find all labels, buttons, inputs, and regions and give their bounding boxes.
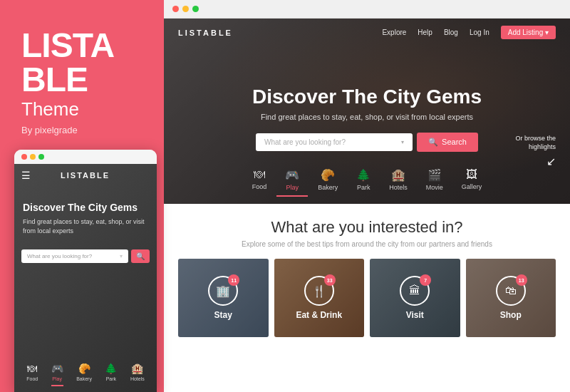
nav-add-listing-button[interactable]: Add Listing ▾ [501, 26, 556, 39]
hero-categories: 🍽 Food 🎮 Play 🥐 Bakery 🌲 Park 🏨 H [164, 157, 570, 204]
interests-section: What are you interested in? Explore some… [164, 204, 570, 392]
mobile-food-icon: 🍽 [27, 363, 37, 374]
hero-cat-bakery[interactable]: 🥐 Bakery [309, 164, 346, 197]
interests-title: What are you interested in? [271, 218, 462, 237]
mobile-cat-play[interactable]: 🎮 Play [51, 363, 63, 386]
browser-dot-green [192, 6, 199, 12]
interest-card-circle-visit: 🏛 7 [400, 276, 430, 306]
hero-description: Find great places to stay, eat, shop, or… [261, 113, 473, 121]
mobile-browser-dots [14, 150, 157, 164]
eat-label: Eat & Drink [296, 310, 342, 320]
hero-browse-text: Or browse thehighlights [515, 134, 556, 152]
mobile-play-underline [51, 385, 63, 386]
nav-link-blog[interactable]: Blog [444, 29, 458, 36]
shop-badge: 13 [516, 274, 527, 286]
mobile-hotels-icon: 🏨 [131, 363, 143, 374]
interest-card-visit[interactable]: 🏛 7 Visit [370, 259, 460, 337]
visit-icon: 🏛 [409, 284, 420, 297]
shop-label: Shop [500, 310, 522, 320]
browser-dot-yellow [182, 6, 189, 12]
mobile-cat-hotels[interactable]: 🏨 Hotels [130, 363, 145, 386]
hero-cat-park[interactable]: 🌲 Park [348, 164, 379, 197]
hero-search-bar: What are you looking for? ▾ 🔍 Search [256, 133, 478, 152]
interest-card-content-stay: 🏢 11 Stay [178, 259, 269, 337]
stay-icon: 🏢 [216, 284, 230, 298]
hero-hotels-icon: 🏨 [391, 168, 405, 182]
by-line: By pixelgrade [21, 125, 78, 135]
stay-badge: 11 [228, 274, 239, 286]
hero-search-arrow: ▾ [401, 139, 404, 145]
mobile-search-input[interactable]: What are you looking for? ▾ [21, 249, 128, 263]
eat-icon: 🍴 [312, 284, 326, 298]
hero-search-icon: 🔍 [428, 138, 438, 147]
hero-park-icon: 🌲 [356, 168, 370, 182]
mobile-hotels-label: Hotels [130, 376, 145, 381]
mobile-hero-title: Discover The City Gems [23, 201, 148, 214]
mobile-search-icon: 🔍 [136, 252, 145, 260]
shop-icon: 🛍 [505, 284, 517, 297]
hero-cat-food[interactable]: 🍽 Food [244, 164, 276, 197]
website-content: LISTABLE Explore Help Blog Log In Add Li… [164, 19, 570, 392]
brand-title: LISTABLE [21, 29, 114, 97]
mobile-logo: LISTABLE [61, 171, 110, 180]
mobile-categories: 🍽 Food 🎮 Play 🥐 Bakery [14, 354, 157, 392]
nav-link-help[interactable]: Help [418, 29, 432, 36]
mobile-content: ☰ LISTABLE Discover The City Gems Find g… [14, 164, 157, 392]
hero-cat-movie[interactable]: 🎬 Movie [418, 164, 452, 197]
browser-chrome [164, 0, 570, 19]
hero-cat-hotels[interactable]: 🏨 Hotels [380, 164, 416, 197]
nav-link-login[interactable]: Log In [470, 29, 489, 36]
mobile-overlay: ☰ LISTABLE Discover The City Gems Find g… [14, 164, 157, 392]
hero-search-input[interactable]: What are you looking for? ▾ [256, 133, 413, 151]
hero-search-button[interactable]: 🔍 Search [417, 133, 478, 152]
website-nav-links: Explore Help Blog Log In Add Listing ▾ [382, 26, 556, 39]
hero-park-label: Park [357, 184, 370, 191]
mobile-cat-bakery[interactable]: 🥐 Bakery [76, 363, 92, 386]
hero-hotels-label: Hotels [389, 184, 408, 191]
mobile-park-label: Park [106, 376, 116, 381]
mobile-cat-food[interactable]: 🍽 Food [26, 363, 38, 386]
interest-card-circle-shop: 🛍 13 [496, 276, 526, 306]
interest-card-stay[interactable]: 🏢 11 Stay [178, 259, 269, 337]
mobile-bakery-icon: 🥐 [78, 363, 90, 374]
interest-card-shop[interactable]: 🛍 13 Shop [466, 259, 556, 337]
hero-bakery-icon: 🥐 [321, 168, 335, 182]
mobile-search-bar: What are you looking for? ▾ 🔍 [21, 249, 150, 263]
hero-title: Discover The City Gems [252, 86, 482, 108]
mobile-dot-red [21, 154, 27, 160]
stay-label: Stay [214, 310, 232, 320]
interests-cards: 🏢 11 Stay 🍴 33 Eat & Drink [178, 259, 556, 337]
mobile-hero-desc: Find great places to stay, eat, shop, or… [23, 217, 148, 235]
hero-cat-play[interactable]: 🎮 Play [276, 164, 308, 197]
mobile-play-label: Play [52, 376, 62, 381]
website-nav: LISTABLE Explore Help Blog Log In Add Li… [164, 19, 570, 46]
hero-play-label: Play [286, 184, 299, 191]
eat-badge: 33 [324, 274, 336, 286]
mobile-food-label: Food [26, 376, 38, 381]
interest-card-content-visit: 🏛 7 Visit [370, 259, 460, 337]
hero-movie-icon: 🎬 [428, 168, 442, 182]
hero-gallery-label: Gallery [462, 183, 482, 190]
mobile-search-button[interactable]: 🔍 [131, 249, 150, 263]
mobile-hamburger-icon[interactable]: ☰ [21, 170, 31, 181]
interest-card-circle-stay: 🏢 11 [208, 276, 238, 306]
nav-link-explore[interactable]: Explore [382, 29, 406, 36]
right-panel: LISTABLE Explore Help Blog Log In Add Li… [164, 0, 570, 392]
hero-movie-label: Movie [426, 184, 443, 191]
brand-subtitle: Theme [21, 98, 79, 120]
interest-card-eat[interactable]: 🍴 33 Eat & Drink [274, 259, 365, 337]
interest-card-content-eat: 🍴 33 Eat & Drink [274, 259, 365, 337]
hero-food-label: Food [252, 183, 267, 190]
hero-search-placeholder: What are you looking for? [264, 138, 346, 146]
visit-label: Visit [406, 310, 424, 320]
hero-cat-gallery[interactable]: 🖼 Gallery [453, 164, 491, 197]
mobile-search-placeholder: What are you looking for? [27, 253, 92, 259]
mobile-hero-text: Discover The City Gems Find great places… [14, 194, 157, 242]
mobile-mockup: ☰ LISTABLE Discover The City Gems Find g… [14, 150, 157, 392]
mobile-dropdown-arrow: ▾ [120, 253, 123, 259]
interest-card-circle-eat: 🍴 33 [304, 276, 334, 306]
hero-food-icon: 🍽 [254, 168, 265, 181]
mobile-cat-park[interactable]: 🌲 Park [105, 363, 117, 386]
website-logo: LISTABLE [178, 29, 233, 37]
mobile-bakery-label: Bakery [76, 376, 92, 381]
